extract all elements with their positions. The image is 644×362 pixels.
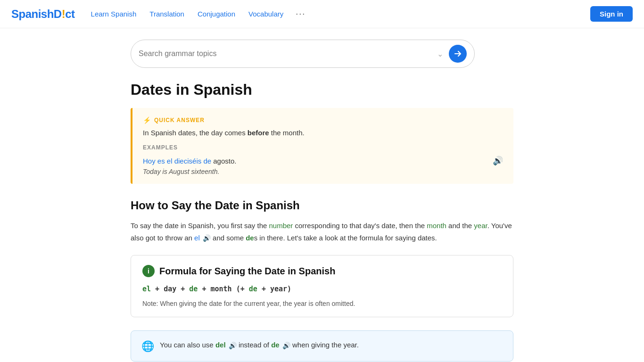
nav-conjugation[interactable]: Conjugation xyxy=(197,8,236,20)
link-year[interactable]: year xyxy=(474,222,487,230)
example-spanish: Hoy es el dieciséis de agosto. 🔊 xyxy=(143,156,503,166)
globe-text-middle: instead of xyxy=(237,341,271,349)
formula-el: el xyxy=(142,285,151,293)
sign-in-button[interactable]: Sign in xyxy=(590,6,633,22)
globe-text: You can also use del 🔊 instead of de 🔊 w… xyxy=(160,339,359,351)
globe-icon: 🌐 xyxy=(141,340,154,353)
formula-de1: de xyxy=(189,285,198,293)
de-speaker-icon[interactable]: 🔊 xyxy=(282,342,290,349)
info-icon: i xyxy=(142,265,155,277)
formula-box-header: i Formula for Saying the Date in Spanish xyxy=(142,265,502,277)
formula-year: + year) xyxy=(262,285,291,293)
formula-box-title: Formula for Saying the Date in Spanish xyxy=(159,266,335,277)
link-number[interactable]: number xyxy=(269,222,293,230)
globe-text-after: when giving the year. xyxy=(290,341,359,349)
section1-paragraph: To say the date in Spanish, you first sa… xyxy=(131,220,513,244)
formula-line: el + day + de + month (+ de + year) xyxy=(142,285,502,293)
formula-de2: de xyxy=(249,285,257,293)
formula-note: Note: When giving the date for the curre… xyxy=(142,300,502,307)
spanish-sentence: Hoy es el dieciséis de agosto. xyxy=(143,157,236,165)
quick-answer-label: ⚡ QUICK ANSWER xyxy=(143,116,503,124)
quick-answer-box: ⚡ QUICK ANSWER In Spanish dates, the day… xyxy=(131,108,513,184)
spanish-sentence-black: agosto. xyxy=(211,157,236,165)
quick-answer-bold: before xyxy=(248,129,269,137)
lightning-icon: ⚡ xyxy=(143,116,151,124)
nav-learn-spanish[interactable]: Learn Spanish xyxy=(90,8,138,20)
globe-text-before: You can also use xyxy=(160,341,215,349)
section1-heading: How to Say the Date in Spanish xyxy=(131,199,513,212)
quick-answer-text: In Spanish dates, the day comes before t… xyxy=(143,129,503,137)
quick-answer-label-text: QUICK ANSWER xyxy=(154,117,205,123)
el-speaker-icon[interactable]: 🔊 xyxy=(203,234,211,242)
link-el[interactable]: el xyxy=(194,234,200,242)
de-text: de xyxy=(246,234,254,242)
more-menu-icon[interactable]: ··· xyxy=(296,9,305,19)
quick-answer-after: the month. xyxy=(269,129,305,137)
example-english: Today is August sixteenth. xyxy=(143,168,503,175)
globe-box: 🌐 You can also use del 🔊 instead of de 🔊… xyxy=(131,330,513,362)
main-content: ⌄ Dates in Spanish ⚡ QUICK ANSWER In Spa… xyxy=(119,28,525,362)
nav-vocabulary[interactable]: Vocabulary xyxy=(248,8,284,20)
page-title: Dates in Spanish xyxy=(131,81,513,99)
logo[interactable]: SpanishD!ct xyxy=(11,8,75,21)
search-input[interactable] xyxy=(139,49,437,58)
quick-answer-before: In Spanish dates, the day comes xyxy=(143,129,248,137)
globe-de: de xyxy=(271,341,280,349)
chevron-down-icon[interactable]: ⌄ xyxy=(437,49,443,58)
globe-del: del xyxy=(215,341,226,349)
navbar: SpanishD!ct Learn Spanish Translation Co… xyxy=(0,0,644,28)
examples-label: EXAMPLES xyxy=(143,144,503,151)
formula-month: + month (+ xyxy=(202,285,248,293)
formula-box: i Formula for Saying the Date in Spanish… xyxy=(131,255,513,317)
search-button[interactable] xyxy=(449,45,467,63)
speaker-icon[interactable]: 🔊 xyxy=(493,156,503,166)
spanish-sentence-blue: Hoy es el dieciséis de xyxy=(143,157,211,165)
formula-plus1: + day + xyxy=(155,285,189,293)
nav-translation[interactable]: Translation xyxy=(149,8,185,20)
arrow-right-icon xyxy=(454,49,462,58)
del-speaker-icon[interactable]: 🔊 xyxy=(229,342,237,349)
search-bar: ⌄ xyxy=(131,40,475,68)
link-month[interactable]: month xyxy=(427,222,446,230)
